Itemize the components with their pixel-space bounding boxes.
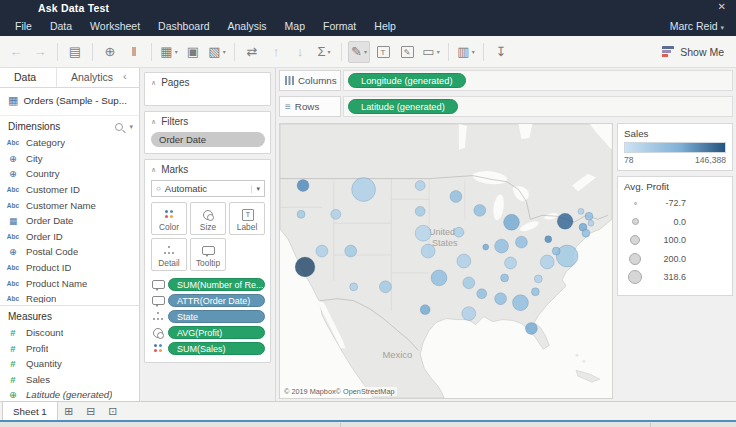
rows-shelf-body[interactable]: Latitude (generated) bbox=[343, 96, 733, 117]
state-mark[interactable] bbox=[585, 212, 593, 220]
field-country[interactable]: ⊕Country bbox=[0, 166, 139, 182]
field-region[interactable]: AbcRegion bbox=[0, 291, 139, 303]
state-mark[interactable] bbox=[477, 289, 487, 299]
new-worksheet-tab-icon[interactable]: ⊞ bbox=[58, 402, 80, 420]
close-icon[interactable]: ✕ bbox=[718, 1, 726, 12]
state-mark[interactable] bbox=[454, 227, 464, 237]
user-menu[interactable]: Marc Reid ▾ bbox=[670, 20, 736, 32]
collapse-pane-icon[interactable]: ‹ bbox=[123, 68, 139, 87]
totals-button[interactable]: Σ▾ bbox=[313, 41, 335, 63]
menu-format[interactable]: Format bbox=[314, 20, 365, 32]
tab-analytics[interactable]: Analytics bbox=[56, 68, 123, 87]
state-mark[interactable] bbox=[463, 277, 475, 289]
menu-dashboard[interactable]: Dashboard bbox=[149, 20, 218, 32]
field-quantity[interactable]: #Quantity bbox=[0, 356, 139, 372]
field-latitude-generated-[interactable]: ⊕Latitude (generated) bbox=[0, 387, 139, 401]
state-mark[interactable] bbox=[545, 236, 552, 243]
pill-sum-sales-[interactable]: SUM(Sales) bbox=[168, 342, 265, 355]
profit-size-legend[interactable]: Avg. Profit -72.70.0100.0200.0318.6 bbox=[617, 176, 733, 296]
map-view[interactable]: United States Mexico © 2019 Mapbox© Open… bbox=[279, 123, 613, 399]
new-data-source-button[interactable]: ⊕ bbox=[99, 41, 121, 63]
new-story-tab-icon[interactable]: ⊡ bbox=[102, 402, 124, 420]
state-mark[interactable] bbox=[505, 257, 517, 269]
fields-menu-caret-icon[interactable]: ▾ bbox=[129, 123, 133, 131]
show-hide-cards-button[interactable]: ▥▾ bbox=[455, 41, 477, 63]
state-mark[interactable] bbox=[345, 245, 357, 257]
presentation-mode-button[interactable]: ↧ bbox=[490, 41, 512, 63]
clear-sheet-button[interactable]: ▧▾ bbox=[206, 41, 228, 63]
highlight-button[interactable]: ✎▾ bbox=[348, 41, 370, 63]
sort-descending-button[interactable]: ↓ bbox=[289, 41, 311, 63]
state-mark[interactable] bbox=[462, 307, 476, 321]
sales-color-legend[interactable]: Sales 78 146,388 bbox=[617, 123, 733, 171]
field-profit[interactable]: #Profit bbox=[0, 340, 139, 356]
state-mark[interactable] bbox=[420, 305, 430, 315]
state-mark[interactable] bbox=[552, 247, 560, 255]
state-mark[interactable] bbox=[331, 209, 341, 219]
state-mark[interactable] bbox=[415, 206, 425, 216]
field-order-id[interactable]: AbcOrder ID bbox=[0, 229, 139, 245]
color-button[interactable]: Color bbox=[151, 202, 187, 235]
pause-auto-updates-button[interactable]: ‖ bbox=[123, 41, 145, 63]
menu-map[interactable]: Map bbox=[276, 20, 314, 32]
size-button[interactable]: Size bbox=[190, 202, 226, 235]
marks-card-header[interactable]: ∧ Marks bbox=[151, 164, 265, 175]
detail-button[interactable]: Detail bbox=[151, 238, 187, 271]
state-mark[interactable] bbox=[474, 204, 486, 216]
state-mark[interactable] bbox=[421, 244, 435, 258]
state-mark[interactable] bbox=[531, 288, 539, 296]
state-mark[interactable] bbox=[379, 281, 391, 293]
fit-button[interactable]: ▭▾ bbox=[420, 41, 442, 63]
field-customer-name[interactable]: AbcCustomer Name bbox=[0, 197, 139, 213]
mark-type-selector[interactable]: ○ Automatic ▾ bbox=[151, 180, 265, 197]
field-discount[interactable]: #Discount bbox=[0, 325, 139, 341]
sheet-tab[interactable]: Sheet 1 bbox=[2, 402, 58, 420]
redo-button[interactable]: → bbox=[29, 41, 51, 63]
menu-analysis[interactable]: Analysis bbox=[218, 20, 275, 32]
tab-data[interactable]: Data bbox=[0, 68, 56, 87]
state-mark[interactable] bbox=[457, 254, 471, 268]
state-mark[interactable] bbox=[295, 257, 315, 277]
state-mark[interactable] bbox=[495, 293, 507, 305]
show-mark-labels-button[interactable]: T bbox=[372, 41, 394, 63]
field-product-id[interactable]: AbcProduct ID bbox=[0, 260, 139, 276]
datasource-item[interactable]: ▦ Orders (Sample - Sup... bbox=[0, 88, 139, 116]
swap-rows-columns-button[interactable]: ⇄ bbox=[241, 41, 263, 63]
state-mark[interactable] bbox=[495, 239, 509, 253]
menu-help[interactable]: Help bbox=[365, 20, 405, 32]
pill-attr-order-date-[interactable]: ATTR(Order Date) bbox=[168, 294, 265, 307]
field-order-date[interactable]: ▦Order Date bbox=[0, 213, 139, 229]
pill-latitude[interactable]: Latitude (generated) bbox=[348, 99, 458, 114]
pill-longitude[interactable]: Longitude (generated) bbox=[348, 73, 466, 88]
state-mark[interactable] bbox=[582, 229, 590, 237]
duplicate-sheet-button[interactable]: ▣ bbox=[182, 41, 204, 63]
state-mark[interactable] bbox=[450, 191, 462, 203]
state-mark[interactable] bbox=[415, 225, 431, 241]
state-mark[interactable] bbox=[504, 214, 520, 230]
label-button[interactable]: Label bbox=[229, 202, 265, 235]
state-mark[interactable] bbox=[501, 274, 509, 282]
field-city[interactable]: ⊕City bbox=[0, 151, 139, 167]
save-button[interactable]: ▤ bbox=[64, 41, 86, 63]
state-mark[interactable] bbox=[525, 323, 537, 335]
state-mark[interactable] bbox=[431, 270, 447, 286]
new-dashboard-tab-icon[interactable]: ⊟ bbox=[80, 402, 102, 420]
state-mark[interactable] bbox=[515, 236, 527, 248]
state-mark[interactable] bbox=[352, 178, 376, 202]
new-worksheet-button[interactable]: ▦▾ bbox=[158, 41, 180, 63]
pill-avg-profit-[interactable]: AVG(Profit) bbox=[168, 326, 265, 339]
state-mark[interactable] bbox=[415, 181, 425, 191]
field-sales[interactable]: #Sales bbox=[0, 372, 139, 388]
sort-ascending-button[interactable]: ↑ bbox=[265, 41, 287, 63]
state-mark[interactable] bbox=[316, 245, 328, 257]
state-mark[interactable] bbox=[557, 213, 573, 229]
tooltip-button[interactable]: Tooltip bbox=[190, 238, 226, 271]
menu-data[interactable]: Data bbox=[41, 20, 81, 32]
state-mark[interactable] bbox=[513, 295, 529, 311]
search-icon[interactable] bbox=[115, 123, 123, 131]
field-category[interactable]: AbcCategory bbox=[0, 135, 139, 151]
state-mark[interactable] bbox=[297, 180, 309, 192]
filters-card-header[interactable]: ∧ Filters bbox=[151, 116, 265, 127]
state-mark[interactable] bbox=[483, 244, 489, 250]
menu-file[interactable]: File bbox=[6, 20, 41, 32]
